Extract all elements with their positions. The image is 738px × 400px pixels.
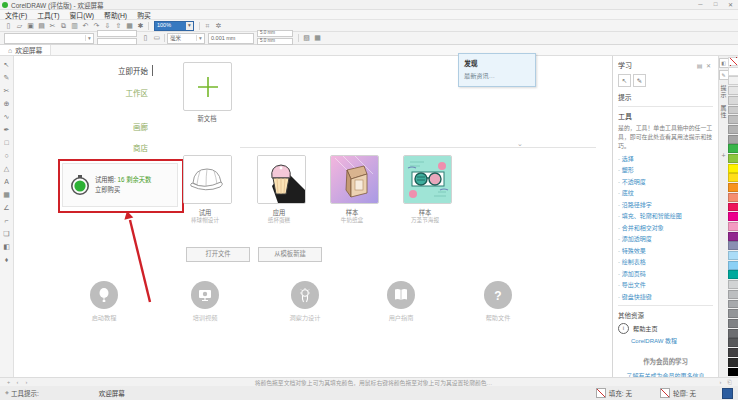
palette-color[interactable] <box>728 358 738 367</box>
palette-color[interactable] <box>728 96 738 105</box>
palette-color[interactable] <box>728 290 738 299</box>
shape-tool[interactable]: ✎ <box>1 71 13 84</box>
palette-color[interactable] <box>728 222 738 231</box>
hint-link[interactable]: 导出文件 <box>618 280 713 289</box>
maximize-button[interactable]: □ <box>708 1 723 8</box>
palette-color[interactable] <box>728 164 738 173</box>
add-docker-icon[interactable]: + <box>721 152 725 159</box>
palette-color[interactable] <box>728 76 738 85</box>
zoom-level-combo[interactable]: 100% ▾ <box>154 21 194 31</box>
nudge-field[interactable]: 0.001 mm <box>208 33 254 44</box>
hint-link[interactable]: 底纹 <box>618 188 713 197</box>
page-height-field[interactable] <box>97 38 137 45</box>
page-dimensions[interactable] <box>97 30 137 46</box>
palette-color[interactable] <box>728 329 738 338</box>
portrait-icon[interactable]: ▯ <box>140 33 151 43</box>
palette-color[interactable] <box>728 86 738 95</box>
snap-icon[interactable]: ⌗ <box>202 21 213 31</box>
chevron-down-icon[interactable]: ▾ <box>196 35 204 41</box>
new-from-template-button[interactable]: 从模板新建 <box>258 247 322 262</box>
menu-tools[interactable]: 工具(T) <box>32 10 64 20</box>
units-combo[interactable]: 毫米 ▾ <box>167 33 205 44</box>
palette-color[interactable] <box>728 300 738 309</box>
hint-link[interactable]: 键盘快捷键 <box>618 292 713 301</box>
duplicate-y-field[interactable]: 5.0 mm <box>257 38 293 45</box>
hint-link[interactable]: 选择 <box>618 154 713 163</box>
palette-color[interactable] <box>728 125 738 134</box>
hint-link[interactable]: 塑形 <box>618 165 713 174</box>
duplicate-distance[interactable]: 5.0 mm 5.0 mm <box>257 30 293 46</box>
paste-icon[interactable]: ▥ <box>69 21 80 31</box>
hint-link[interactable]: 绘制表格 <box>618 257 713 266</box>
minimize-button[interactable]: ─ <box>693 1 708 8</box>
palette-color[interactable] <box>728 173 738 182</box>
template-card-cupcake[interactable] <box>257 155 306 204</box>
help-button[interactable]: ? <box>484 281 512 309</box>
collapse-chevron-icon[interactable]: ⌄ <box>517 140 523 148</box>
nav-get-started[interactable]: 立即开始 <box>68 65 148 76</box>
startup-tour-button[interactable] <box>90 281 118 309</box>
hint-link[interactable]: 添加透明度 <box>618 234 713 243</box>
chevron-down-icon[interactable]: ▾ <box>186 22 193 30</box>
menu-buy[interactable]: 购买 <box>132 10 156 20</box>
dimension-tool[interactable]: ∠ <box>1 201 13 214</box>
palette-color[interactable] <box>728 183 738 192</box>
pen-tool-hint-icon[interactable]: ✎ <box>633 74 646 87</box>
menu-window[interactable]: 窗口(W) <box>65 10 100 20</box>
palette-color[interactable] <box>728 319 738 328</box>
pick-tool-hint-icon[interactable]: ↖ <box>618 74 631 87</box>
corel-tutorials-link[interactable]: CorelDRAW 教程 <box>631 336 713 345</box>
palette-color[interactable] <box>728 251 738 260</box>
tab-welcome-screen[interactable]: ⌂ 欢迎屏幕 <box>0 45 51 55</box>
nav-workspace[interactable]: 工作区 <box>68 87 148 98</box>
zoom-tool[interactable]: ⊕ <box>1 97 13 110</box>
prop-grid-icon[interactable]: ▦ <box>312 33 323 43</box>
outline-indicator[interactable]: 轮廓: 无 <box>660 388 696 398</box>
options-icon[interactable]: ✲ <box>213 21 224 31</box>
treat-as-filled-icon[interactable]: ▧ <box>301 33 312 43</box>
palette-color[interactable] <box>728 135 738 144</box>
hint-link[interactable]: 合并和相交对象 <box>618 223 713 232</box>
rectangle-tool[interactable]: □ <box>1 136 13 149</box>
nav-gallery[interactable]: 画廊 <box>68 121 148 132</box>
template-card-glasses-poster[interactable] <box>403 155 452 204</box>
palette-color[interactable] <box>728 154 738 163</box>
ellipse-tool[interactable]: ○ <box>1 149 13 162</box>
palette-color[interactable] <box>728 241 738 250</box>
shadow-tool[interactable]: ❏ <box>1 227 13 240</box>
palette-color[interactable] <box>728 193 738 202</box>
page-size-combo[interactable]: ▾ <box>4 33 94 44</box>
palette-color[interactable] <box>728 115 738 124</box>
page-forward-icon[interactable]: › <box>22 379 31 385</box>
template-card-cap[interactable] <box>183 155 232 204</box>
palette-color[interactable] <box>728 280 738 289</box>
print-icon[interactable]: ▤ <box>36 21 47 31</box>
palette-color[interactable] <box>728 57 738 66</box>
training-videos-button[interactable] <box>191 281 219 309</box>
landscape-icon[interactable]: ▯ <box>152 33 162 44</box>
docker-menu-icon[interactable]: ▤ <box>695 62 704 69</box>
fill-tool[interactable]: ♦ <box>1 253 13 266</box>
open-file-button[interactable]: 打开文件 <box>186 247 250 262</box>
page-width-field[interactable] <box>97 30 137 37</box>
add-page-icon[interactable]: + <box>4 379 13 385</box>
freehand-tool[interactable]: ∿ <box>1 110 13 123</box>
pick-tool[interactable]: ↖ <box>1 58 13 71</box>
new-document-card[interactable] <box>183 62 232 111</box>
fill-indicator[interactable]: 填充: 无 <box>596 388 632 398</box>
palette-color[interactable] <box>728 232 738 241</box>
palette-color[interactable] <box>728 270 738 279</box>
palette-color[interactable] <box>728 212 738 221</box>
palette-color[interactable] <box>728 348 738 357</box>
menu-help[interactable]: 帮助(H) <box>99 10 132 20</box>
chevron-down-icon[interactable]: ▾ <box>85 35 93 41</box>
redo-icon[interactable]: ↷ <box>91 21 102 31</box>
palette-color[interactable] <box>728 203 738 212</box>
undo-icon[interactable]: ↶ <box>80 21 91 31</box>
hint-link[interactable]: 填充、轮廓和智能绘图 <box>618 211 713 220</box>
palette-color[interactable] <box>728 338 738 347</box>
export-icon[interactable]: ⇧ <box>113 21 124 31</box>
new-document-icon[interactable]: ▯ <box>3 21 14 31</box>
hint-link[interactable]: 特殊效果 <box>618 246 713 255</box>
design-insights-button[interactable] <box>291 281 319 309</box>
